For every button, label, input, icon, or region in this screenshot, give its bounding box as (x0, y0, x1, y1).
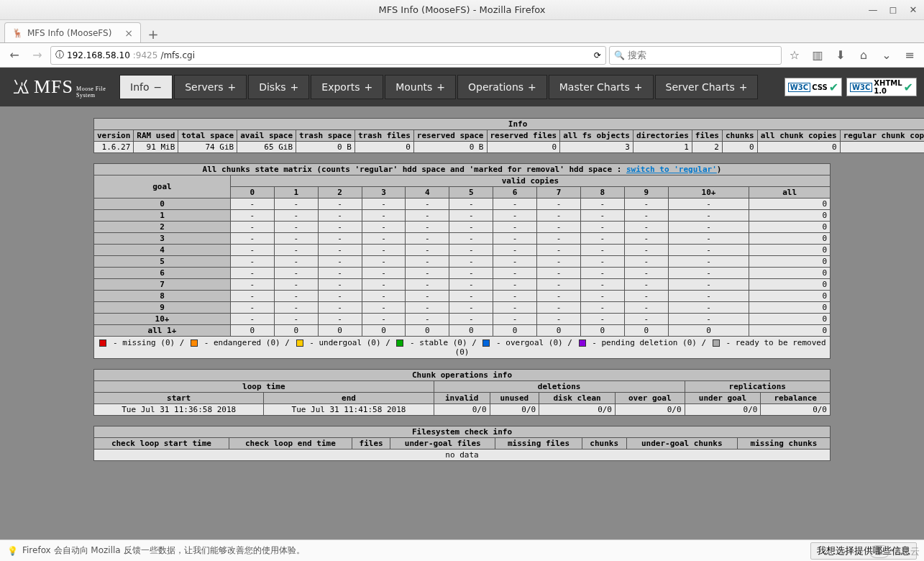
chunkops-col: end (264, 393, 434, 404)
matrix-cell: 0 (274, 325, 318, 337)
matrix-cell: - (580, 199, 624, 210)
info-icon[interactable]: ⓘ (55, 49, 64, 61)
matrix-cell: - (537, 268, 581, 279)
nav-toggle-icon: + (227, 81, 236, 93)
matrix-goal: 3 (94, 233, 231, 245)
window-title: MFS Info (MooseFS) - Mozilla Firefox (378, 4, 545, 15)
info-cell: 0 (354, 142, 413, 153)
matrix-cell: - (537, 314, 581, 325)
home-button[interactable]: ⌂ (854, 45, 874, 65)
forward-button[interactable]: → (27, 45, 47, 65)
xhtml-badge[interactable]: W3C XHTML1.0 ✔ (846, 78, 917, 96)
search-bar[interactable]: 🔍 (609, 46, 782, 65)
css-badge[interactable]: W3C CSS ✔ (785, 78, 842, 96)
matrix-cell: - (449, 233, 493, 245)
nav-label: Info (130, 81, 150, 93)
search-input[interactable] (628, 50, 777, 60)
matrix-cell: - (624, 245, 668, 256)
url-input[interactable] (198, 50, 591, 60)
browser-toolbar: ← → ⓘ 192.168.58.10:9425/mfs.cgi ⟳ 🔍 ☆ ▥… (0, 43, 924, 68)
matrix-cell: - (406, 222, 449, 233)
window-minimize-button[interactable]: — (866, 3, 879, 16)
switch-regular-link[interactable]: switch to 'regular' (626, 165, 717, 174)
reload-icon[interactable]: ⟳ (594, 50, 601, 60)
nav-label: Mounts (395, 81, 432, 93)
bookmark-button[interactable]: ☆ (785, 45, 805, 65)
matrix-cell: - (449, 268, 493, 279)
nav-operations[interactable]: Operations+ (457, 75, 547, 99)
legend-swatch (191, 339, 198, 347)
tab-favicon: 🦌 (12, 28, 23, 38)
matrix-cell: - (668, 314, 749, 325)
matrix-cell: - (406, 302, 449, 314)
matrix-goal: 9 (94, 302, 231, 314)
back-button[interactable]: ← (4, 45, 24, 65)
info-col: trash files (354, 130, 413, 142)
matrix-goal: 8 (94, 291, 231, 302)
matrix-cell: - (449, 256, 493, 268)
matrix-cell: 0 (449, 325, 493, 337)
nav-master-charts[interactable]: Master Charts+ (549, 75, 654, 99)
matrix-cell: - (274, 210, 318, 222)
menu-button[interactable]: ≡ (900, 45, 920, 65)
matrix-cell: - (274, 268, 318, 279)
info-col: reserved files (487, 130, 560, 142)
address-bar[interactable]: ⓘ 192.168.58.10:9425/mfs.cgi ⟳ (50, 46, 606, 65)
matrix-col: 5 (449, 187, 493, 199)
matrix-cell: 0 (749, 302, 831, 314)
matrix-cell: - (537, 279, 581, 291)
fscheck-col: under-goal chunks (626, 438, 737, 450)
library-button[interactable]: ▥ (808, 45, 828, 65)
window-close-button[interactable]: ✕ (907, 3, 920, 16)
tab-close-button[interactable]: × (124, 27, 133, 39)
chunkops-cell: 0/0 (761, 404, 831, 416)
matrix-cell: - (668, 291, 749, 302)
fs-check-title: Filesystem check info (94, 427, 831, 438)
matrix-cell: - (493, 222, 537, 233)
matrix-cell: - (449, 245, 493, 256)
matrix-cell: - (362, 233, 406, 245)
matrix-cell: - (362, 302, 406, 314)
legend-swatch (579, 339, 586, 347)
chunkops-col: over goal (616, 393, 685, 404)
pocket-button[interactable]: ⌄ (877, 45, 897, 65)
info-cell: 0 (840, 142, 924, 153)
matrix-cell: - (274, 245, 318, 256)
matrix-cell: - (230, 245, 274, 256)
window-maximize-button[interactable]: ◻ (887, 3, 900, 16)
main-nav: Info−Servers+Disks+Exports+Mounts+Operat… (119, 68, 758, 106)
nav-mounts[interactable]: Mounts+ (385, 75, 456, 99)
downloads-button[interactable]: ⬇ (831, 45, 851, 65)
matrix-cell: - (493, 256, 537, 268)
info-cell: 2 (692, 142, 722, 153)
browser-tab[interactable]: 🦌 MFS Info (MooseFS) × (4, 22, 141, 42)
nav-toggle-icon: + (739, 81, 748, 93)
matrix-col: 0 (230, 187, 274, 199)
matrix-cell: - (449, 302, 493, 314)
chunk-ops-table: Chunk operations info loop time deletion… (93, 369, 831, 416)
mfs-header: MFS Moose File System Info−Servers+Disks… (0, 68, 924, 106)
matrix-cell: - (449, 314, 493, 325)
matrix-cell: - (493, 233, 537, 245)
nav-servers[interactable]: Servers+ (174, 75, 247, 99)
matrix-cell: 0 (749, 233, 831, 245)
matrix-cell: - (318, 233, 362, 245)
chunkops-col: unused (490, 393, 539, 404)
nav-info[interactable]: Info− (119, 75, 173, 99)
page-viewport[interactable]: MFS Moose File System Info−Servers+Disks… (0, 68, 924, 539)
matrix-cell: - (624, 291, 668, 302)
matrix-goal: 4 (94, 245, 231, 256)
nav-toggle-icon: + (291, 81, 299, 93)
fs-check-table: Filesystem check info check loop start t… (93, 426, 831, 461)
nav-server-charts[interactable]: Server Charts+ (655, 75, 759, 99)
nav-toggle-icon: + (364, 81, 372, 93)
new-tab-button[interactable]: + (144, 25, 163, 42)
matrix-cell: - (230, 256, 274, 268)
info-col: trash space (296, 130, 355, 142)
matrix-cell: - (406, 256, 449, 268)
nav-exports[interactable]: Exports+ (311, 75, 383, 99)
nav-disks[interactable]: Disks+ (248, 75, 309, 99)
info-cell: 0 (722, 142, 757, 153)
matrix-cell: - (406, 245, 449, 256)
nav-toggle-icon: + (436, 81, 445, 93)
